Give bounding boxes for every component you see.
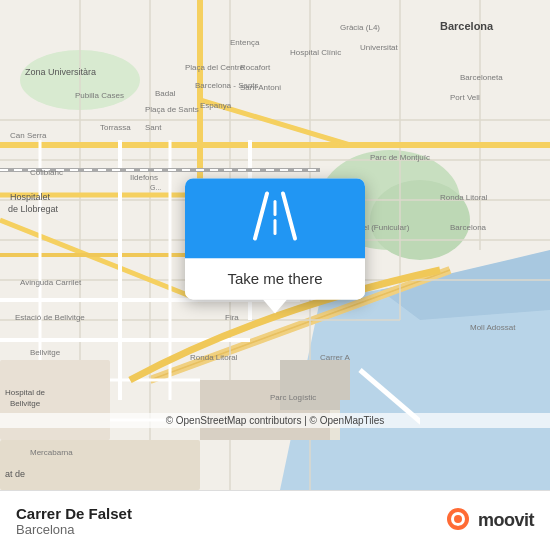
svg-text:Ildefons: Ildefons	[130, 173, 158, 182]
svg-text:Universitat: Universitat	[360, 43, 399, 52]
map-view: Zona Universitàra Hospitalet de Llobrega…	[0, 0, 550, 490]
svg-text:Moll Adossat: Moll Adossat	[470, 323, 516, 332]
svg-text:Barceloneta: Barceloneta	[460, 73, 503, 82]
bottom-bar: Carrer De Falset Barcelona moovit	[0, 490, 550, 550]
navigation-popup: Take me there	[185, 178, 365, 299]
svg-text:Barcelona: Barcelona	[450, 223, 487, 232]
take-me-there-button[interactable]: Take me there	[185, 258, 365, 299]
svg-text:Bellvitge: Bellvitge	[10, 399, 41, 408]
svg-text:Pubilla Cases: Pubilla Cases	[75, 91, 124, 100]
svg-text:Avinguda Carrilet: Avinguda Carrilet	[20, 278, 82, 287]
svg-text:Mercabarna: Mercabarna	[30, 448, 73, 457]
svg-text:Bellvitge: Bellvitge	[30, 348, 61, 357]
svg-text:Zona Universitàra: Zona Universitàra	[25, 67, 96, 77]
svg-line-86	[283, 193, 295, 238]
svg-text:Collblanc: Collblanc	[30, 168, 63, 177]
svg-text:Badal: Badal	[155, 89, 176, 98]
svg-text:Espanya: Espanya	[200, 101, 232, 110]
svg-text:Plaça del Centre: Plaça del Centre	[185, 63, 245, 72]
svg-text:Gràcia (L4): Gràcia (L4)	[340, 23, 380, 32]
moovit-logo[interactable]: moovit	[444, 507, 534, 535]
svg-text:Parc Logístic: Parc Logístic	[270, 393, 316, 402]
moovit-text: moovit	[478, 510, 534, 531]
svg-text:Estació de Bellvitge: Estació de Bellvitge	[15, 313, 85, 322]
svg-text:Ronda Litoral: Ronda Litoral	[190, 353, 238, 362]
svg-text:Hospital Clínic: Hospital Clínic	[290, 48, 341, 57]
map-attribution: © OpenStreetMap contributors | © OpenMap…	[0, 413, 550, 428]
location-name: Carrer De Falset	[16, 505, 132, 522]
svg-text:Entença: Entença	[230, 38, 260, 47]
svg-text:Sant Antoni: Sant Antoni	[240, 83, 281, 92]
svg-rect-43	[420, 380, 440, 490]
svg-text:Barcelona: Barcelona	[440, 20, 494, 32]
location-info: Carrer De Falset Barcelona	[16, 505, 132, 537]
svg-text:Can Serra: Can Serra	[10, 131, 47, 140]
svg-line-85	[255, 193, 267, 238]
svg-text:Carrer A: Carrer A	[320, 353, 350, 362]
svg-text:Port Vell: Port Vell	[450, 93, 480, 102]
svg-rect-41	[280, 360, 350, 410]
svg-text:G...: G...	[150, 184, 161, 191]
location-city: Barcelona	[16, 522, 132, 537]
svg-text:Hospitalet: Hospitalet	[10, 192, 51, 202]
svg-point-4	[370, 180, 470, 260]
svg-text:Rocafort: Rocafort	[240, 63, 271, 72]
svg-text:Ronda Litoral: Ronda Litoral	[440, 193, 488, 202]
svg-text:de Llobregat: de Llobregat	[8, 204, 59, 214]
svg-text:Plaça de Sants: Plaça de Sants	[145, 105, 199, 114]
svg-text:Fira: Fira	[225, 313, 239, 322]
svg-text:at de: at de	[5, 469, 25, 479]
svg-point-91	[454, 515, 462, 523]
road-icon	[245, 188, 305, 249]
svg-text:Parc de Montjuïc: Parc de Montjuïc	[370, 153, 430, 162]
svg-text:Sant: Sant	[145, 123, 162, 132]
popup-icon-area	[185, 178, 365, 258]
svg-text:Torrassa: Torrassa	[100, 123, 131, 132]
svg-text:Hospital de: Hospital de	[5, 388, 46, 397]
moovit-pin-icon	[444, 507, 472, 535]
